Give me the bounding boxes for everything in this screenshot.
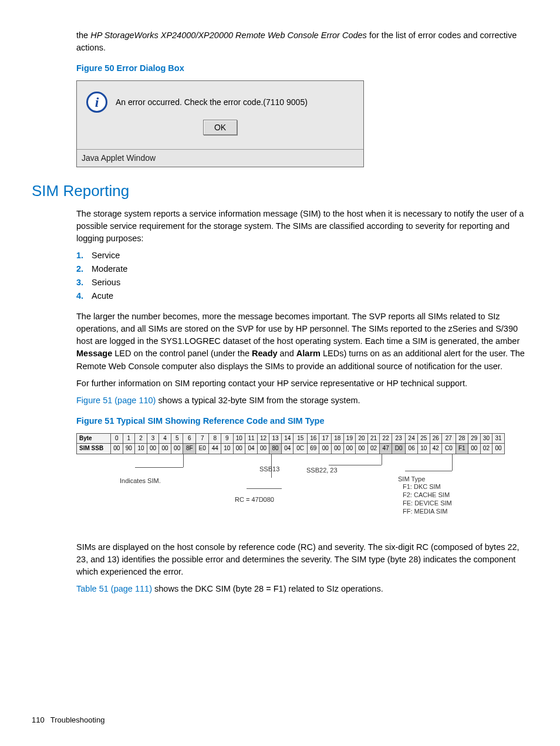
anno-line	[135, 467, 183, 468]
byte-header-cell: 9	[221, 433, 234, 444]
byte-header-cell: 13	[269, 433, 282, 444]
byte-header-cell: 26	[430, 433, 442, 444]
anno-line	[329, 465, 382, 465]
byte-header-cell: 8	[209, 433, 221, 444]
byte-header-cell: 18	[332, 433, 344, 444]
error-button-row: OK	[77, 120, 363, 149]
byte-value-cell: 10	[221, 444, 234, 454]
byte-value-cell: 8F	[183, 444, 196, 454]
anno-simtype-lines: F1: DKC SIM F2: CACHE SIM FE: DEVICE SIM…	[403, 483, 452, 515]
figure-51-caption: Figure 51 Typical SIM Showing Reference …	[76, 415, 528, 427]
byte-value-cell: 44	[209, 444, 221, 454]
byte-header-cell: 21	[367, 433, 380, 444]
after-paragraph-2: Table 51 (page 111) shows the DKC SIM (b…	[76, 583, 528, 595]
table-51-link[interactable]: Table 51 (page 111)	[76, 584, 152, 593]
byte-header-cell: 31	[492, 433, 505, 444]
anno-line	[183, 454, 184, 467]
severity-list: 1.Service 2.Moderate 3.Serious 4.Acute	[76, 249, 528, 302]
figure-50-caption: Figure 50 Error Dialog Box	[76, 62, 528, 75]
list-item: 3.Serious	[76, 276, 528, 289]
byte-value-cell: D0	[392, 444, 405, 454]
byte-value-cell: 80	[269, 444, 282, 454]
footer-title: Troubleshooting	[50, 715, 105, 724]
byte-value-cell: 10	[135, 444, 147, 454]
byte-value-cell: 42	[430, 444, 442, 454]
byte-value-cell: 04	[281, 444, 294, 454]
sim-paragraph-2: The larger the number becomes, more the …	[76, 310, 528, 372]
byte-value-cell: C0	[442, 444, 456, 454]
byte-value-cell: 00	[233, 444, 245, 454]
byte-header-cell: 17	[319, 433, 332, 444]
list-item: 1.Service	[76, 249, 528, 262]
byte-header-cell: 2	[135, 433, 147, 444]
byte-value-cell: 90	[123, 444, 135, 454]
list-text: Service	[92, 251, 120, 260]
table-row: Byte 01234567891011121314151617181920212…	[77, 433, 505, 444]
byte-value-cell: 69	[307, 444, 319, 454]
byte-header-cell: 25	[417, 433, 430, 444]
list-number: 1.	[76, 249, 92, 262]
page-number: 110	[32, 715, 45, 724]
error-dialog-body: i An error occurred. Check the error cod…	[77, 81, 363, 120]
list-number: 4.	[76, 290, 92, 302]
byte-header-cell: 20	[356, 433, 368, 444]
p2-part-c: LED on the control panel (under the	[112, 349, 252, 358]
byte-value-cell: 0C	[294, 444, 307, 454]
error-dialog: i An error occurred. Check the error cod…	[76, 80, 364, 167]
bold-message: Message	[76, 349, 112, 358]
byte-header-cell: 12	[257, 433, 269, 444]
byte-header-cell: 19	[343, 433, 356, 444]
byte-header-cell: 0	[111, 433, 123, 444]
page-footer: 110Troubleshooting	[32, 715, 104, 726]
byte-header-cell: 30	[480, 433, 492, 444]
info-icon: i	[86, 92, 107, 113]
byte-header-cell: 15	[294, 433, 307, 444]
anno-indicates-sim: Indicates SIM.	[120, 477, 161, 486]
byte-header-cell: 5	[171, 433, 183, 444]
anno-ssb2223: SSB22, 23	[306, 466, 338, 475]
table-row: SIM SSB 0090100000008FE0441000040080040C…	[77, 444, 505, 454]
byte-header-cell: 29	[468, 433, 481, 444]
list-text: Serious	[92, 278, 120, 287]
list-item: 4.Acute	[76, 290, 528, 302]
simssb-row-label: SIM SSB	[77, 444, 111, 454]
byte-header-cell: 27	[442, 433, 456, 444]
intro-prefix: the	[76, 31, 90, 40]
list-text: Acute	[92, 291, 113, 301]
sim-paragraph-3: For further information on SIM reporting…	[76, 377, 528, 390]
sim-annotations: Indicates SIM. SSB13 RC = 47D080 SSB22, …	[76, 454, 505, 531]
after-p2-rest: shows the DKC SIM (byte 28 = F1) related…	[152, 584, 383, 593]
anno-line	[382, 454, 382, 465]
p4-rest: shows a typical 32-byte SIM from the sto…	[156, 396, 360, 405]
byte-value-cell: 06	[406, 444, 418, 454]
byte-header-cell: 11	[245, 433, 258, 444]
sim-paragraph-1: The storage system reports a service inf…	[76, 208, 528, 245]
anno-simtype-block: SIM Type F1: DKC SIM F2: CACHE SIM FE: D…	[398, 475, 452, 516]
byte-value-cell: E0	[195, 444, 208, 454]
byte-header-cell: 6	[183, 433, 196, 444]
anno-simtype-title: SIM Type	[398, 475, 425, 482]
byte-value-cell: 00	[492, 444, 505, 454]
anno-ssb13: SSB13	[259, 465, 279, 474]
byte-row-label: Byte	[77, 433, 111, 444]
sim-byte-table: Byte 01234567891011121314151617181920212…	[76, 433, 505, 454]
section-heading-sim-reporting: SIM Reporting	[32, 180, 528, 202]
byte-value-cell: F1	[456, 444, 468, 454]
ok-button[interactable]: OK	[203, 120, 237, 135]
byte-value-cell: 00	[332, 444, 344, 454]
intro-italic-title: HP StorageWorks XP24000/XP20000 Remote W…	[90, 31, 367, 40]
byte-value-cell: 00	[356, 444, 368, 454]
figure-51-link[interactable]: Figure 51 (page 110)	[76, 396, 156, 405]
byte-header-cell: 1	[123, 433, 135, 444]
anno-line	[405, 471, 452, 471]
error-message: An error occurred. Check the error code.…	[116, 96, 308, 108]
byte-header-cell: 14	[281, 433, 294, 444]
byte-value-cell: 00	[147, 444, 159, 454]
list-item: 2.Moderate	[76, 263, 528, 275]
bold-alarm: Alarm	[296, 349, 321, 358]
byte-header-cell: 3	[147, 433, 159, 444]
anno-rc: RC = 47D080	[235, 495, 274, 505]
byte-value-cell: 00	[257, 444, 269, 454]
byte-header-cell: 7	[195, 433, 208, 444]
byte-value-cell: 00	[171, 444, 183, 454]
